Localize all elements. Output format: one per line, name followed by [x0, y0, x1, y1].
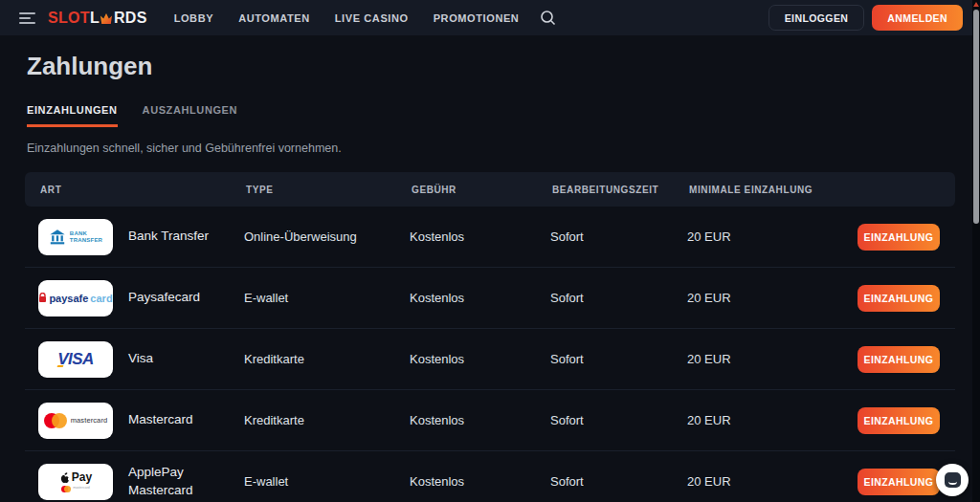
nav-item-promotionen[interactable]: PROMOTIONEN	[434, 12, 520, 24]
col-header-gebuehr: GEBÜHR	[412, 185, 552, 195]
lock-icon	[38, 293, 47, 303]
method-name: ApplePay Mastercard	[128, 464, 224, 498]
method-min-deposit: 20 EUR	[687, 413, 857, 427]
method-min-deposit: 20 EUR	[687, 291, 857, 305]
brand-logo[interactable]: SLOT L RDS	[48, 10, 147, 27]
auth-buttons: EINLOGGEN ANMELDEN	[768, 5, 963, 31]
method-fee: Kostenlos	[410, 352, 550, 366]
method-fee: Kostenlos	[410, 229, 550, 244]
table-row-bank-transfer: BANK TRANSFER Bank Transfer Online-Überw…	[25, 207, 955, 268]
logo-text-slot: SLOT	[48, 10, 90, 27]
method-min-deposit: 20 EUR	[687, 229, 857, 244]
method-name: Paysafecard	[128, 289, 200, 306]
applepay-mastercard-icon: Pay mastercard	[38, 464, 113, 500]
apple-icon	[59, 471, 70, 484]
method-min-deposit: 20 EUR	[687, 352, 857, 366]
method-type: Online-Überweisung	[244, 229, 410, 244]
scrollbar-thumb[interactable]	[973, 10, 979, 224]
method-fee: Kostenlos	[410, 291, 550, 305]
search-icon[interactable]	[540, 10, 556, 26]
visa-icon: VISA	[38, 341, 113, 378]
method-name: Visa	[128, 350, 153, 367]
method-processing-time: Sofort	[550, 352, 687, 366]
deposit-button[interactable]: EINZAHLUNG	[858, 285, 940, 312]
method-type: Kreditkarte	[244, 413, 410, 427]
col-header-bearbeitungszeit: BEARBEITUNGSZEIT	[552, 185, 689, 195]
page-subtitle: Einzahlungen schnell, sicher und Gebühre…	[27, 142, 953, 155]
tab-einzahlungen[interactable]: EINZAHLUNGEN	[27, 104, 118, 127]
method-type: E-wallet	[244, 474, 410, 489]
nav-item-lobby[interactable]: LOBBY	[174, 12, 214, 24]
deposit-button[interactable]: EINZAHLUNG	[858, 469, 940, 495]
main-nav: LOBBY AUTOMATEN LIVE CASINO PROMOTIONEN	[174, 12, 520, 24]
mastercard-icon: mastercard	[38, 403, 113, 439]
table-row-mastercard: mastercard Mastercard Kreditkarte Kosten…	[25, 390, 955, 451]
col-header-minimale-einzahlung: MINIMALE EINZAHLUNG	[689, 185, 858, 195]
method-fee: Kostenlos	[410, 474, 550, 489]
method-min-deposit: 20 EUR	[687, 474, 857, 489]
tab-auszahlungen[interactable]: AUSZAHLUNGEN	[143, 104, 237, 127]
crown-icon	[100, 11, 113, 24]
login-button[interactable]: EINLOGGEN	[768, 5, 865, 31]
method-processing-time: Sofort	[550, 229, 687, 244]
table-row-paysafecard: paysafecard Paysafecard E-wallet Kostenl…	[25, 268, 955, 329]
method-processing-time: Sofort	[550, 413, 687, 427]
vertical-scrollbar[interactable]	[972, 0, 980, 502]
deposit-button[interactable]: EINZAHLUNG	[858, 407, 940, 434]
col-header-art: ART	[40, 185, 246, 195]
table-header-row: ART TYPE GEBÜHR BEARBEITUNGSZEIT MINIMAL…	[25, 172, 955, 207]
logo-text-l: L	[90, 10, 100, 27]
col-header-type: TYPE	[246, 185, 412, 195]
method-fee: Kostenlos	[410, 413, 550, 427]
page-title: Zahlungen	[27, 52, 953, 81]
logo-text-rds: RDS	[114, 10, 147, 27]
scrollbar-up-arrow[interactable]	[973, 2, 979, 7]
method-name: Mastercard	[128, 411, 193, 428]
chat-launcher-button[interactable]	[936, 464, 969, 496]
deposit-button[interactable]: EINZAHLUNG	[858, 346, 940, 373]
method-processing-time: Sofort	[550, 474, 687, 489]
deposit-button[interactable]: EINZAHLUNG	[858, 224, 940, 251]
top-navigation-bar: SLOT L RDS LOBBY AUTOMATEN LIVE CASINO P…	[0, 0, 980, 35]
hamburger-menu-icon[interactable]	[19, 10, 36, 27]
paysafecard-icon: paysafecard	[38, 280, 113, 316]
bank-transfer-icon: BANK TRANSFER	[38, 219, 113, 255]
method-type: E-wallet	[244, 291, 410, 305]
chat-bubble-icon	[945, 472, 961, 488]
signup-button[interactable]: ANMELDEN	[872, 5, 963, 31]
method-type: Kreditkarte	[244, 352, 410, 366]
method-name: Bank Transfer	[128, 228, 209, 245]
payments-table: ART TYPE GEBÜHR BEARBEITUNGSZEIT MINIMAL…	[25, 172, 955, 502]
nav-item-live-casino[interactable]: LIVE CASINO	[335, 12, 409, 24]
table-row-visa: VISA Visa Kreditkarte Kostenlos Sofort 2…	[25, 329, 955, 390]
table-row-applepay-mastercard: Pay mastercard ApplePay Mastercard E-wal…	[25, 451, 955, 502]
nav-item-automaten[interactable]: AUTOMATEN	[238, 12, 310, 24]
payments-tabs: EINZAHLUNGEN AUSZAHLUNGEN	[27, 104, 953, 127]
method-processing-time: Sofort	[550, 291, 687, 305]
